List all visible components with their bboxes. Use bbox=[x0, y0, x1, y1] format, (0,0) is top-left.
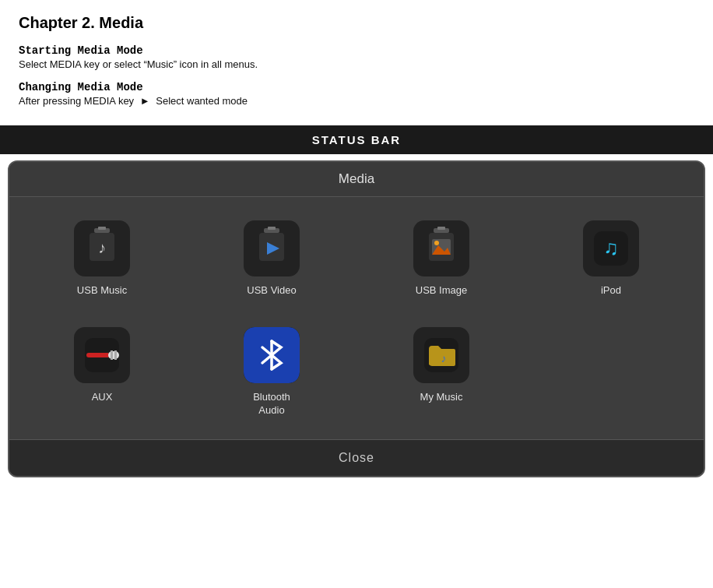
usb-music-icon-bg: ♪ bbox=[74, 220, 130, 276]
usb-video-icon bbox=[248, 225, 295, 272]
ipod-icon: ♫ bbox=[588, 225, 634, 272]
svg-rect-18 bbox=[108, 351, 119, 359]
usb-image-icon-bg bbox=[413, 220, 469, 276]
usb-image-label: USB Image bbox=[416, 284, 467, 298]
section2-subtitle: Changing Media Mode bbox=[19, 81, 694, 93]
bluetooth-audio-icon-bg bbox=[244, 327, 300, 383]
aux-icon bbox=[79, 332, 125, 379]
media-header: Media bbox=[9, 162, 704, 197]
svg-text:♪: ♪ bbox=[98, 239, 106, 256]
section2-post: Select wanted mode bbox=[156, 95, 248, 107]
aux-icon-bg bbox=[74, 327, 130, 383]
section2-body: After pressing MEDIA key ► Select wanted… bbox=[19, 95, 694, 107]
usb-music-icon: ♪ bbox=[79, 225, 125, 272]
section2-pre: After pressing MEDIA key bbox=[19, 95, 134, 107]
my-music-icon: ♪ bbox=[418, 332, 465, 379]
status-bar: STATUS BAR bbox=[0, 125, 713, 154]
media-modal: Media ♪ USB Music bbox=[8, 160, 705, 477]
status-bar-label: STATUS BAR bbox=[312, 133, 401, 146]
svg-rect-1 bbox=[98, 227, 106, 230]
svg-text:♪: ♪ bbox=[441, 352, 447, 364]
media-item-usb-image[interactable]: USB Image bbox=[356, 213, 526, 312]
svg-point-12 bbox=[434, 241, 439, 245]
ipod-icon-bg: ♫ bbox=[583, 220, 639, 276]
media-item-usb-music[interactable]: ♪ USB Music bbox=[17, 213, 187, 312]
media-item-bluetooth-audio[interactable]: BlutoothAudio bbox=[187, 319, 356, 431]
bluetooth-audio-label: BlutoothAudio bbox=[253, 391, 290, 417]
media-grid-row1: ♪ USB Music USB Video bbox=[9, 197, 704, 319]
my-music-icon-bg: ♪ bbox=[413, 327, 469, 383]
media-item-usb-video[interactable]: USB Video bbox=[187, 213, 356, 312]
doc-section: Chapter 2. Media Starting Media Mode Sel… bbox=[0, 0, 713, 125]
svg-text:♫: ♫ bbox=[603, 236, 619, 259]
section1-subtitle: Starting Media Mode bbox=[19, 44, 694, 57]
bluetooth-audio-icon bbox=[244, 327, 300, 383]
usb-video-icon-bg bbox=[244, 220, 300, 276]
usb-image-icon bbox=[418, 225, 465, 272]
svg-rect-20 bbox=[114, 350, 117, 360]
svg-rect-9 bbox=[437, 227, 445, 230]
svg-rect-19 bbox=[111, 350, 113, 360]
media-grid-row2: AUX BlutoothAudio bbox=[9, 319, 704, 439]
media-item-my-music[interactable]: ♪ My Music bbox=[356, 319, 526, 431]
svg-rect-5 bbox=[268, 227, 276, 230]
svg-rect-17 bbox=[86, 353, 110, 357]
ipod-label: iPod bbox=[601, 284, 621, 298]
usb-video-label: USB Video bbox=[247, 284, 296, 298]
close-button[interactable]: Close bbox=[9, 439, 704, 476]
media-item-aux[interactable]: AUX bbox=[17, 319, 187, 431]
media-item-ipod[interactable]: ♫ iPod bbox=[526, 213, 696, 312]
section1-body: Select MEDIA key or select “Music” icon … bbox=[19, 58, 694, 70]
section2-arrow: ► bbox=[140, 95, 150, 107]
chapter-title: Chapter 2. Media bbox=[19, 14, 694, 32]
aux-label: AUX bbox=[92, 391, 113, 404]
media-item-empty bbox=[526, 319, 696, 431]
my-music-label: My Music bbox=[420, 391, 463, 404]
usb-music-label: USB Music bbox=[77, 284, 127, 298]
